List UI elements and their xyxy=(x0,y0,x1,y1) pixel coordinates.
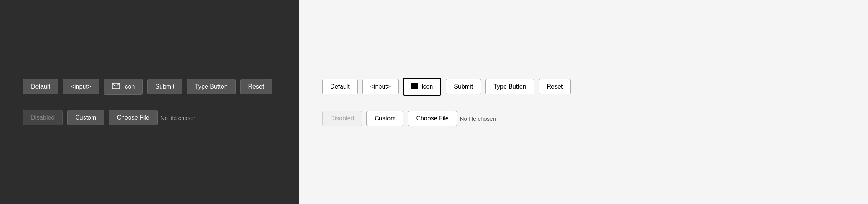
square-icon xyxy=(411,83,418,91)
light-file-input-container: Choose File No file chosen xyxy=(408,111,496,126)
dark-custom-button[interactable]: Custom xyxy=(67,110,104,125)
dark-reset-button[interactable]: Reset xyxy=(240,79,272,94)
dark-panel: Default <input> Icon Submit Type Button … xyxy=(0,0,299,204)
light-icon-button[interactable]: Icon xyxy=(403,78,441,96)
light-no-file-text: No file chosen xyxy=(460,115,496,122)
light-choose-file-button[interactable]: Choose File xyxy=(408,111,457,126)
light-custom-button[interactable]: Custom xyxy=(366,111,403,126)
svg-rect-1 xyxy=(411,83,418,89)
dark-default-button[interactable]: Default xyxy=(23,79,58,94)
light-submit-button[interactable]: Submit xyxy=(446,79,481,94)
dark-button-row-2: Disabled Custom Choose File No file chos… xyxy=(23,110,276,125)
dark-file-input-container: Choose File No file chosen xyxy=(109,110,196,125)
light-type-button[interactable]: Type Button xyxy=(485,79,534,94)
light-button-row-2: Disabled Custom Choose File No file chos… xyxy=(322,111,845,126)
light-reset-button[interactable]: Reset xyxy=(539,79,571,94)
dark-disabled-button: Disabled xyxy=(23,110,63,125)
light-input-button[interactable]: <input> xyxy=(362,79,399,94)
dark-button-row-1: Default <input> Icon Submit Type Button … xyxy=(23,79,276,95)
light-panel: Default <input> Icon Submit Type Button … xyxy=(299,0,868,204)
light-default-button[interactable]: Default xyxy=(322,79,358,94)
light-icon-button-label: Icon xyxy=(421,83,433,90)
dark-type-button[interactable]: Type Button xyxy=(187,79,235,94)
light-button-row-1: Default <input> Icon Submit Type Button … xyxy=(322,78,845,96)
dark-no-file-text: No file chosen xyxy=(161,115,197,121)
dark-submit-button[interactable]: Submit xyxy=(147,79,182,94)
mail-icon xyxy=(112,83,120,91)
dark-icon-button[interactable]: Icon xyxy=(104,79,143,95)
dark-input-button[interactable]: <input> xyxy=(63,79,99,94)
dark-choose-file-button[interactable]: Choose File xyxy=(109,110,157,125)
dark-icon-button-label: Icon xyxy=(123,83,135,90)
light-disabled-button: Disabled xyxy=(322,111,362,126)
